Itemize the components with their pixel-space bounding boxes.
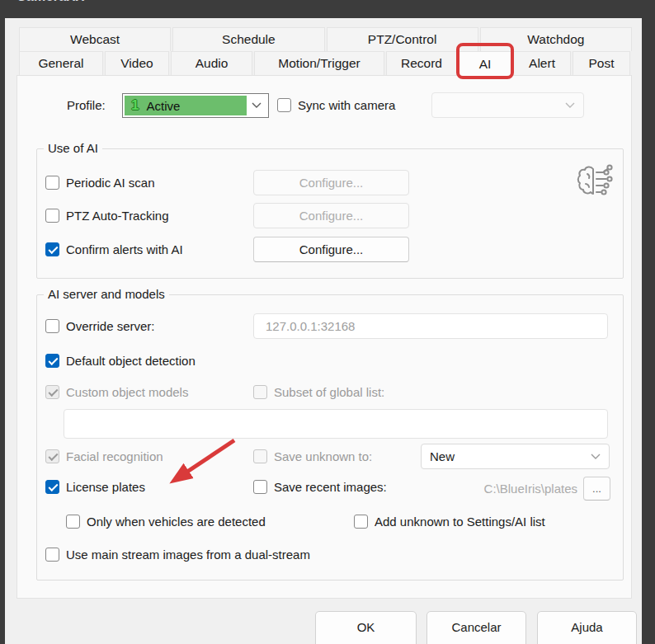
ai-tab-panel: Profile: 1 Active Sync with camera Use o… [16,75,632,599]
chevron-down-icon [252,102,262,109]
chevron-down-icon [565,102,575,109]
save-recent-path: C:\BlueIris\plates [421,482,577,496]
license-plates-row: License plates [45,480,145,494]
tab-post[interactable]: Post [573,51,630,75]
custom-models-input[interactable] [64,409,608,439]
chevron-down-icon [591,454,601,460]
save-unknown-value: New [430,449,455,463]
add-unknown-row: Add unknown to Settings/AI list [354,515,545,529]
camera-settings-window: CameraXX Webcast Schedule PTZ/Control Wa… [0,0,655,644]
sync-with-camera-checkbox[interactable] [277,98,291,112]
configure-ptz-button: Configure... [253,203,409,228]
profile-label: Profile: [67,98,106,112]
profile-select[interactable]: 1 Active [122,93,269,118]
subset-checkbox [253,385,267,399]
tab-webcast[interactable]: Webcast [19,27,171,51]
camera-profile-select[interactable] [431,92,584,118]
tab-row-2: General Video Audio Motion/Trigger Recor… [19,51,632,75]
only-vehicles-row: Only when vehicles are detected [66,515,266,529]
license-plates-checkbox[interactable] [45,480,59,494]
tab-ptz-control[interactable]: PTZ/Control [327,27,478,51]
use-of-ai-group: Use of AI Periodic AI scan Configure... … [36,148,624,279]
facial-recognition-checkbox [45,449,59,463]
save-recent-row: Save recent images: [253,480,387,494]
ptz-auto-tracking-checkbox[interactable] [45,209,59,223]
dual-stream-checkbox[interactable] [45,548,59,562]
tab-ai[interactable]: AI [459,51,511,77]
tab-video[interactable]: Video [105,51,169,75]
configure-confirm-button[interactable]: Configure... [253,237,409,262]
tab-general[interactable]: General [19,51,103,75]
save-unknown-select[interactable]: New [421,444,610,469]
browse-button[interactable]: ... [583,477,610,501]
use-of-ai-title: Use of AI [44,141,102,155]
confirm-alerts-checkbox[interactable] [45,242,59,256]
facial-recognition-row: Facial recognition [45,449,163,463]
override-server-checkbox[interactable] [45,319,59,333]
window-title: CameraXX [16,0,84,4]
ai-server-title: AI server and models [44,287,169,301]
dual-stream-row: Use main stream images from a dual-strea… [45,548,310,562]
profile-active-highlight: 1 Active [125,96,247,115]
periodic-ai-scan-checkbox[interactable] [45,176,59,190]
tab-motion-trigger[interactable]: Motion/Trigger [254,51,384,75]
tab-record[interactable]: Record [386,51,457,75]
confirm-alerts-row: Confirm alerts with AI [45,242,183,256]
custom-models-checkbox [45,385,59,399]
save-recent-label: Save recent images: [274,480,387,494]
add-unknown-checkbox[interactable] [354,515,368,529]
save-recent-checkbox[interactable] [253,480,267,494]
license-plates-label: License plates [66,480,145,494]
only-vehicles-label: Only when vehicles are detected [87,515,266,529]
profile-number-icon: 1 [131,97,139,114]
cancel-button[interactable]: Cancelar [426,611,526,644]
ai-brain-icon [573,162,615,202]
periodic-ai-scan-row: Periodic AI scan [45,176,155,190]
tab-alert[interactable]: Alert [513,51,571,75]
save-unknown-label: Save unknown to: [274,449,372,463]
ai-server-group: AI server and models Override server: 12… [36,294,624,581]
add-unknown-label: Add unknown to Settings/AI list [375,515,545,529]
default-detection-row: Default object detection [45,354,196,368]
ptz-auto-tracking-row: PTZ Auto-Tracking [45,209,168,223]
subset-row: Subset of global list: [253,385,384,399]
periodic-ai-scan-label: Periodic AI scan [66,176,155,190]
confirm-alerts-label: Confirm alerts with AI [66,242,183,256]
tab-audio[interactable]: Audio [171,51,252,75]
override-server-input[interactable]: 127.0.0.1:32168 [253,313,608,339]
save-unknown-row: Save unknown to: [253,449,372,463]
tab-schedule[interactable]: Schedule [172,27,324,51]
default-detection-checkbox[interactable] [45,354,59,368]
default-detection-label: Default object detection [66,354,196,368]
configure-periodic-button: Configure... [253,170,409,195]
dual-stream-label: Use main stream images from a dual-strea… [66,548,310,562]
help-button[interactable]: Ajuda [537,611,637,644]
profile-value: Active [146,99,180,113]
sync-with-camera-row: Sync with camera [277,98,395,112]
only-vehicles-checkbox[interactable] [66,515,80,529]
profile-row: Profile: [67,98,106,112]
save-unknown-checkbox [253,449,267,463]
facial-recognition-label: Facial recognition [66,449,163,463]
titlebar: CameraXX [0,0,655,18]
tab-row-1: Webcast Schedule PTZ/Control Watchdog [19,27,632,51]
custom-models-label: Custom object models [66,385,188,399]
sync-with-camera-label: Sync with camera [298,98,395,112]
override-server-label: Override server: [66,319,155,333]
ok-button[interactable]: OK [315,611,417,644]
camera-settings-dialog: Webcast Schedule PTZ/Control Watchdog Ge… [5,18,642,644]
tab-watchdog[interactable]: Watchdog [480,27,632,51]
override-server-row: Override server: [45,319,155,333]
custom-models-row: Custom object models [45,385,188,399]
subset-label: Subset of global list: [274,385,384,399]
override-server-value: 127.0.0.1:32168 [266,319,355,333]
ptz-auto-tracking-label: PTZ Auto-Tracking [66,209,168,223]
